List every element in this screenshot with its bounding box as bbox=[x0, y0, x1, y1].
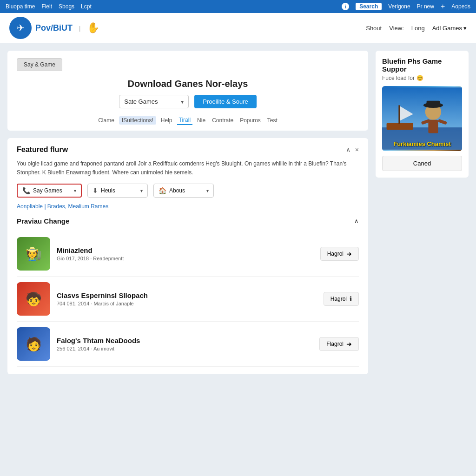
logo-hand-icon: ✋ bbox=[87, 22, 99, 34]
change-header: Praviau Change ∧ bbox=[17, 217, 359, 225]
topbar-right-item-3[interactable]: Aopeds bbox=[451, 3, 470, 10]
header-nav-view[interactable]: View: bbox=[389, 25, 404, 32]
game-action-1: Hagrol ℹ bbox=[324, 292, 359, 306]
header-nav-dropdown-label: Adl Games bbox=[432, 25, 462, 32]
left-column: Say & Game Download Ganes Nor-elays Sate… bbox=[7, 51, 368, 374]
featured-section: Featured flurw ∧ × You oigle licad game … bbox=[7, 138, 368, 374]
topbar-item-3[interactable]: Sbogs bbox=[59, 3, 74, 10]
info-icon: i bbox=[342, 3, 349, 10]
topbar: Bluopa time Fielt Sbogs Lcpt i Search Ve… bbox=[0, 0, 476, 13]
sidebar-subtitle-text: Fuce load for bbox=[382, 75, 415, 81]
header-nav: Shout View: Long Adl Games ▾ bbox=[366, 25, 467, 32]
game-action-btn-1[interactable]: Hagrol ℹ bbox=[324, 292, 359, 306]
proeilite-button[interactable]: Proeilite & Soure bbox=[194, 95, 257, 108]
game-action-icon-1: ℹ bbox=[350, 295, 352, 303]
close-icon[interactable]: × bbox=[355, 146, 359, 153]
tab-row: Say & Game bbox=[17, 58, 359, 71]
game-item-1: 🧒 Clasvs Esperninsl Sllopach 704 081, 20… bbox=[17, 277, 359, 322]
svg-rect-8 bbox=[428, 120, 438, 133]
featured-header: Featured flurw ∧ × bbox=[17, 145, 359, 154]
svg-rect-2 bbox=[387, 123, 413, 130]
tab-isuitlections[interactable]: ISuitlections! bbox=[119, 116, 156, 125]
sidebar-subtitle: Fuce load for 😊 bbox=[382, 75, 462, 81]
sidebar-card: Bluefin Phs Game Suppor Fuce load for 😊 bbox=[376, 51, 469, 178]
download-section: Say & Game Download Ganes Nor-elays Sate… bbox=[7, 51, 368, 131]
filter-arrow-0: ▾ bbox=[74, 188, 76, 193]
featured-title: Featured flurw bbox=[17, 145, 68, 154]
filter-label-0: Say Games bbox=[33, 187, 62, 194]
tab-test[interactable]: Test bbox=[265, 116, 279, 125]
topbar-right: i Search Verigone Pr new + Aopeds bbox=[342, 2, 470, 11]
topbar-right-item-2[interactable]: Pr new bbox=[417, 3, 434, 10]
change-collapse-icon[interactable]: ∧ bbox=[354, 218, 359, 225]
chevron-down-icon: ▾ bbox=[463, 25, 467, 32]
game-list: 🧑‍🌾 Miniazlend Gio 017, 2018 · Readepmen… bbox=[17, 231, 359, 367]
download-icon: ⬇ bbox=[93, 187, 98, 194]
game-info-1: Clasvs Esperninsl Sllopach 704 081, 2014… bbox=[57, 291, 317, 306]
game-action-btn-2[interactable]: Flagrol ➜ bbox=[319, 337, 359, 351]
sidebar-caned-button[interactable]: Caned bbox=[382, 156, 462, 171]
topbar-plus-icon[interactable]: + bbox=[441, 2, 445, 11]
tab-tirall[interactable]: Tirall bbox=[177, 116, 193, 125]
game-name-1: Clasvs Esperninsl Sllopach bbox=[57, 291, 317, 299]
sate-games-select[interactable]: Sate Games bbox=[119, 95, 189, 108]
game-info-0: Miniazlend Gio 017, 2018 · Readepmentt bbox=[57, 246, 314, 261]
game-action-label-2: Flagrol bbox=[326, 341, 344, 347]
say-game-tab[interactable]: Say & Game bbox=[17, 58, 62, 71]
tab-contrate[interactable]: Contrate bbox=[210, 116, 235, 125]
header-nav-long[interactable]: Long bbox=[411, 25, 425, 32]
logo-icon: ✈ bbox=[9, 17, 32, 39]
tab-popuros[interactable]: Popuros bbox=[238, 116, 263, 125]
filter-label-2: Abous bbox=[169, 187, 185, 194]
filter-heuis[interactable]: ⬇ Heuis ▾ bbox=[87, 184, 148, 198]
filter-say-games[interactable]: 📞 Say Games ▾ bbox=[17, 184, 82, 198]
filter-label-1: Heuis bbox=[101, 187, 115, 194]
game-item-2: 🧑 Falog's Thtam NeaDoods 256 021, 2014 ·… bbox=[17, 322, 359, 367]
filter-tags: Aonpliable | Brades, Mealium Rames bbox=[17, 203, 359, 210]
filter-arrow-1: ▾ bbox=[140, 188, 143, 193]
filter-row: 📞 Say Games ▾ ⬇ Heuis ▾ 🏠 Abous ▾ bbox=[17, 184, 359, 198]
topbar-item-4[interactable]: Lcpt bbox=[81, 3, 92, 10]
main-container: Say & Game Download Ganes Nor-elays Sate… bbox=[0, 43, 476, 382]
game-item-0: 🧑‍🌾 Miniazlend Gio 017, 2018 · Readepmen… bbox=[17, 231, 359, 277]
change-section: Praviau Change ∧ 🧑‍🌾 Miniazlend Gio 017,… bbox=[17, 217, 359, 367]
tab-nie[interactable]: Nie bbox=[195, 116, 207, 125]
header: ✈ Pov/BiUT | ✋ Shout View: Long Adl Game… bbox=[0, 13, 476, 43]
filter-arrow-2: ▾ bbox=[206, 188, 209, 193]
game-meta-0: Gio 017, 2018 · Readepmentt bbox=[57, 256, 314, 261]
phone-icon: 📞 bbox=[22, 187, 30, 194]
svg-rect-7 bbox=[427, 101, 440, 107]
sidebar-game-label: Furkiamies Chamist bbox=[382, 140, 462, 147]
game-info-2: Falog's Thtam NeaDoods 256 021, 2014 · A… bbox=[57, 337, 313, 351]
game-thumb-2: 🧑 bbox=[17, 327, 50, 361]
game-action-2: Flagrol ➜ bbox=[319, 337, 359, 351]
game-action-icon-0: ➜ bbox=[346, 250, 352, 258]
topbar-item-2[interactable]: Fielt bbox=[41, 3, 52, 10]
game-action-btn-0[interactable]: Hagrol ➜ bbox=[320, 247, 359, 261]
sidebar-emoji: 😊 bbox=[416, 75, 423, 81]
filter-abous[interactable]: 🏠 Abous ▾ bbox=[153, 184, 214, 198]
game-action-label-1: Hagrol bbox=[331, 296, 347, 302]
topbar-right-item-1[interactable]: Verigone bbox=[388, 3, 410, 10]
game-action-label-0: Hagrol bbox=[327, 251, 344, 257]
featured-body-text: You oigle licad game and fraponed pantan… bbox=[17, 159, 359, 177]
logo-separator: | bbox=[79, 25, 80, 32]
game-action-icon-2: ➜ bbox=[346, 340, 352, 348]
collapse-icon[interactable]: ∧ bbox=[346, 146, 350, 153]
topbar-left: Bluopa time Fielt Sbogs Lcpt bbox=[6, 3, 334, 10]
topbar-item-1[interactable]: Bluopa time bbox=[6, 3, 35, 10]
change-title: Praviau Change bbox=[17, 217, 69, 225]
header-nav-dropdown[interactable]: Adl Games ▾ bbox=[432, 25, 467, 32]
game-meta-2: 256 021, 2014 · Au imovit bbox=[57, 346, 313, 351]
header-nav-shout[interactable]: Shout bbox=[366, 25, 382, 32]
download-title: Download Ganes Nor-elays bbox=[17, 79, 359, 89]
home-icon: 🏠 bbox=[159, 187, 166, 194]
sidebar-game-image: Furkiamies Chamist bbox=[382, 86, 462, 151]
tab-clame[interactable]: Clame bbox=[96, 116, 116, 125]
game-thumb-1: 🧒 bbox=[17, 282, 50, 316]
tab-help[interactable]: Help bbox=[159, 116, 174, 125]
game-action-0: Hagrol ➜ bbox=[320, 247, 359, 261]
search-button[interactable]: Search bbox=[356, 3, 382, 10]
sidebar-title: Bluefin Phs Game Suppor bbox=[382, 57, 462, 73]
right-sidebar: Bluefin Phs Game Suppor Fuce load for 😊 bbox=[376, 51, 469, 374]
